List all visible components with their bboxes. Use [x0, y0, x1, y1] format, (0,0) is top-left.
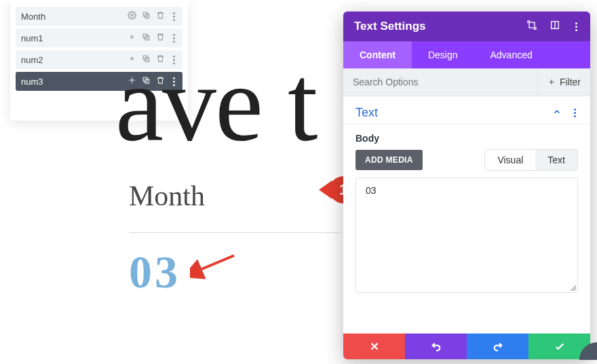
tab-content[interactable]: Content: [343, 41, 412, 68]
month-block: Month 03: [129, 180, 332, 299]
settings-tabs: Content Design Advanced: [343, 41, 590, 68]
collapse-icon[interactable]: [552, 107, 562, 119]
editor-tab-visual[interactable]: Visual: [485, 150, 535, 170]
more-icon[interactable]: [571, 108, 578, 117]
layer-label: Month: [21, 12, 45, 22]
layer-row-month[interactable]: Month: [16, 7, 182, 26]
tab-design[interactable]: Design: [412, 41, 474, 68]
settings-header-actions: [526, 20, 579, 33]
cancel-button[interactable]: [343, 333, 405, 359]
expand-icon[interactable]: [526, 20, 537, 33]
redo-button[interactable]: [467, 333, 528, 359]
trash-icon[interactable]: [156, 11, 165, 22]
snap-icon[interactable]: [550, 20, 560, 33]
layer-label: num2: [21, 55, 43, 65]
settings-header[interactable]: Text Settings: [343, 12, 590, 41]
tab-advanced[interactable]: Advanced: [474, 41, 548, 68]
page-heading-fragment: ave t: [115, 41, 316, 166]
add-media-button[interactable]: ADD MEDIA: [355, 150, 423, 170]
layer-label: num1: [21, 33, 43, 43]
filter-button[interactable]: Filter: [537, 68, 590, 96]
filter-label: Filter: [560, 77, 581, 87]
body-editor[interactable]: 03: [355, 178, 578, 293]
settings-title: Text Settings: [354, 20, 425, 33]
layer-row-actions: [128, 11, 177, 22]
month-label: Month: [129, 180, 332, 212]
body-label: Body: [355, 133, 578, 144]
undo-button[interactable]: [405, 333, 467, 359]
svg-point-0: [131, 14, 133, 16]
more-icon[interactable]: [170, 12, 177, 21]
layer-label: num3: [21, 77, 43, 87]
divider: [129, 232, 339, 233]
svg-rect-12: [529, 22, 535, 28]
section-title[interactable]: Text: [355, 106, 378, 120]
editor-tab-text[interactable]: Text: [535, 150, 577, 170]
section-text: Text: [343, 96, 590, 125]
search-row: Filter: [343, 68, 590, 96]
svg-point-3: [131, 36, 133, 38]
annotation-arrow: [190, 252, 237, 279]
editor-mode-tabs: Visual Text: [484, 149, 578, 171]
text-settings-panel: Text Settings Content Design Advanced Fi…: [343, 12, 590, 359]
settings-footer: [343, 333, 590, 359]
duplicate-icon[interactable]: [142, 11, 151, 22]
search-input[interactable]: [343, 68, 537, 96]
gear-icon[interactable]: [128, 11, 136, 22]
body-panel: Body ADD MEDIA Visual Text 03: [343, 125, 590, 333]
more-icon[interactable]: [573, 22, 579, 31]
